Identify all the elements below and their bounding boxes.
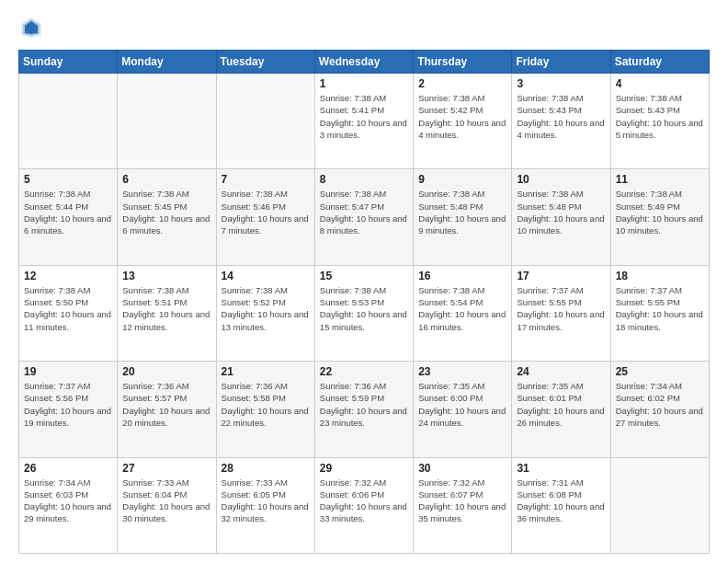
- calendar-cell: 18Sunrise: 7:37 AM Sunset: 5:55 PM Dayli…: [610, 265, 709, 361]
- calendar-cell: 13Sunrise: 7:38 AM Sunset: 5:51 PM Dayli…: [118, 265, 216, 361]
- calendar-cell: 8Sunrise: 7:38 AM Sunset: 5:47 PM Daylig…: [314, 169, 413, 265]
- day-number: 20: [122, 365, 210, 378]
- calendar-cell: 21Sunrise: 7:36 AM Sunset: 5:58 PM Dayli…: [216, 362, 314, 457]
- calendar-cell: 5Sunrise: 7:38 AM Sunset: 5:44 PM Daylig…: [19, 169, 118, 265]
- calendar-week-row: 26Sunrise: 7:34 AM Sunset: 6:03 PM Dayli…: [19, 457, 710, 553]
- logo: [18, 15, 48, 40]
- calendar-cell: 26Sunrise: 7:34 AM Sunset: 6:03 PM Dayli…: [19, 457, 118, 553]
- day-number: 23: [418, 365, 506, 378]
- calendar-cell: 24Sunrise: 7:35 AM Sunset: 6:01 PM Dayli…: [512, 362, 610, 457]
- day-number: 26: [24, 462, 112, 475]
- day-number: 18: [616, 270, 704, 282]
- day-number: 17: [517, 270, 605, 282]
- day-number: 3: [517, 77, 605, 90]
- day-info: Sunrise: 7:37 AM Sunset: 5:56 PM Dayligh…: [24, 380, 112, 429]
- day-info: Sunrise: 7:38 AM Sunset: 5:48 PM Dayligh…: [517, 188, 605, 236]
- day-number: 19: [24, 365, 112, 378]
- day-info: Sunrise: 7:37 AM Sunset: 5:55 PM Dayligh…: [616, 284, 704, 333]
- calendar-cell: 20Sunrise: 7:36 AM Sunset: 5:57 PM Dayli…: [118, 362, 216, 457]
- day-info: Sunrise: 7:38 AM Sunset: 5:41 PM Dayligh…: [320, 92, 408, 141]
- day-info: Sunrise: 7:38 AM Sunset: 5:47 PM Dayligh…: [320, 188, 408, 236]
- day-number: 4: [616, 77, 704, 90]
- weekday-header: Saturday: [610, 51, 709, 74]
- weekday-header: Monday: [118, 51, 216, 74]
- day-info: Sunrise: 7:38 AM Sunset: 5:52 PM Dayligh…: [222, 284, 310, 333]
- day-number: 22: [320, 365, 408, 378]
- day-number: 24: [517, 365, 605, 378]
- calendar-cell: 12Sunrise: 7:38 AM Sunset: 5:50 PM Dayli…: [19, 265, 118, 361]
- page: SundayMondayTuesdayWednesdayThursdayFrid…: [0, 0, 728, 563]
- day-info: Sunrise: 7:38 AM Sunset: 5:50 PM Dayligh…: [24, 284, 112, 333]
- day-info: Sunrise: 7:38 AM Sunset: 5:48 PM Dayligh…: [418, 188, 506, 236]
- calendar-cell: 19Sunrise: 7:37 AM Sunset: 5:56 PM Dayli…: [19, 362, 118, 457]
- day-info: Sunrise: 7:35 AM Sunset: 6:01 PM Dayligh…: [517, 380, 605, 429]
- day-number: 11: [616, 173, 704, 186]
- header: [18, 15, 710, 40]
- calendar-cell: 9Sunrise: 7:38 AM Sunset: 5:48 PM Daylig…: [414, 169, 512, 265]
- weekday-header: Thursday: [414, 51, 512, 74]
- day-info: Sunrise: 7:35 AM Sunset: 6:00 PM Dayligh…: [418, 380, 506, 429]
- day-info: Sunrise: 7:37 AM Sunset: 5:55 PM Dayligh…: [517, 284, 605, 333]
- day-number: 14: [222, 270, 310, 282]
- day-info: Sunrise: 7:36 AM Sunset: 5:57 PM Dayligh…: [122, 380, 210, 429]
- day-info: Sunrise: 7:38 AM Sunset: 5:51 PM Dayligh…: [122, 284, 210, 333]
- calendar-cell: 10Sunrise: 7:38 AM Sunset: 5:48 PM Dayli…: [512, 169, 610, 265]
- calendar-cell: 7Sunrise: 7:38 AM Sunset: 5:46 PM Daylig…: [216, 169, 314, 265]
- day-number: 21: [222, 365, 310, 378]
- day-number: 5: [24, 173, 112, 186]
- calendar-cell: 29Sunrise: 7:32 AM Sunset: 6:06 PM Dayli…: [314, 457, 413, 553]
- day-info: Sunrise: 7:38 AM Sunset: 5:42 PM Dayligh…: [418, 92, 506, 141]
- calendar-cell: 25Sunrise: 7:34 AM Sunset: 6:02 PM Dayli…: [610, 362, 709, 457]
- day-number: 16: [418, 270, 506, 282]
- calendar-cell: 28Sunrise: 7:33 AM Sunset: 6:05 PM Dayli…: [216, 457, 314, 553]
- calendar-cell: 16Sunrise: 7:38 AM Sunset: 5:54 PM Dayli…: [414, 265, 512, 361]
- day-info: Sunrise: 7:34 AM Sunset: 6:03 PM Dayligh…: [24, 477, 112, 525]
- calendar-week-row: 12Sunrise: 7:38 AM Sunset: 5:50 PM Dayli…: [19, 265, 710, 361]
- day-number: 31: [517, 462, 605, 475]
- logo-icon: [18, 15, 44, 40]
- day-number: 7: [222, 173, 310, 186]
- weekday-header: Friday: [512, 51, 610, 74]
- day-number: 30: [418, 462, 506, 475]
- day-info: Sunrise: 7:38 AM Sunset: 5:45 PM Dayligh…: [122, 188, 210, 236]
- day-number: 8: [320, 173, 408, 186]
- day-info: Sunrise: 7:33 AM Sunset: 6:05 PM Dayligh…: [222, 477, 310, 525]
- day-number: 9: [418, 173, 506, 186]
- calendar-header-row: SundayMondayTuesdayWednesdayThursdayFrid…: [19, 51, 710, 74]
- weekday-header: Sunday: [19, 51, 118, 74]
- day-info: Sunrise: 7:31 AM Sunset: 6:08 PM Dayligh…: [517, 477, 605, 525]
- day-info: Sunrise: 7:36 AM Sunset: 5:59 PM Dayligh…: [320, 380, 408, 429]
- weekday-header: Tuesday: [216, 51, 314, 74]
- day-info: Sunrise: 7:32 AM Sunset: 6:06 PM Dayligh…: [320, 477, 408, 525]
- calendar-cell: 23Sunrise: 7:35 AM Sunset: 6:00 PM Dayli…: [414, 362, 512, 457]
- calendar-cell: 14Sunrise: 7:38 AM Sunset: 5:52 PM Dayli…: [216, 265, 314, 361]
- day-number: 10: [517, 173, 605, 186]
- calendar-cell: 11Sunrise: 7:38 AM Sunset: 5:49 PM Dayli…: [610, 169, 709, 265]
- calendar-cell: 22Sunrise: 7:36 AM Sunset: 5:59 PM Dayli…: [314, 362, 413, 457]
- day-number: 15: [320, 270, 408, 282]
- calendar-cell: 2Sunrise: 7:38 AM Sunset: 5:42 PM Daylig…: [414, 74, 512, 169]
- weekday-header: Wednesday: [314, 51, 413, 74]
- calendar-cell: 27Sunrise: 7:33 AM Sunset: 6:04 PM Dayli…: [118, 457, 216, 553]
- calendar-cell: [216, 74, 314, 169]
- day-number: 13: [122, 270, 210, 282]
- calendar-cell: 3Sunrise: 7:38 AM Sunset: 5:43 PM Daylig…: [512, 74, 610, 169]
- day-info: Sunrise: 7:38 AM Sunset: 5:44 PM Dayligh…: [24, 188, 112, 236]
- calendar-cell: 30Sunrise: 7:32 AM Sunset: 6:07 PM Dayli…: [414, 457, 512, 553]
- day-number: 28: [222, 462, 310, 475]
- calendar-week-row: 19Sunrise: 7:37 AM Sunset: 5:56 PM Dayli…: [19, 362, 710, 457]
- day-info: Sunrise: 7:38 AM Sunset: 5:46 PM Dayligh…: [222, 188, 310, 236]
- calendar-cell: 6Sunrise: 7:38 AM Sunset: 5:45 PM Daylig…: [118, 169, 216, 265]
- day-info: Sunrise: 7:38 AM Sunset: 5:43 PM Dayligh…: [517, 92, 605, 141]
- calendar-week-row: 1Sunrise: 7:38 AM Sunset: 5:41 PM Daylig…: [19, 74, 710, 169]
- calendar-cell: 4Sunrise: 7:38 AM Sunset: 5:43 PM Daylig…: [610, 74, 709, 169]
- day-number: 25: [616, 365, 704, 378]
- calendar-cell: 15Sunrise: 7:38 AM Sunset: 5:53 PM Dayli…: [314, 265, 413, 361]
- day-number: 27: [122, 462, 210, 475]
- day-info: Sunrise: 7:38 AM Sunset: 5:49 PM Dayligh…: [616, 188, 704, 236]
- day-info: Sunrise: 7:36 AM Sunset: 5:58 PM Dayligh…: [222, 380, 310, 429]
- day-info: Sunrise: 7:38 AM Sunset: 5:53 PM Dayligh…: [320, 284, 408, 333]
- day-number: 2: [418, 77, 506, 90]
- calendar-table: SundayMondayTuesdayWednesdayThursdayFrid…: [18, 50, 710, 554]
- day-info: Sunrise: 7:32 AM Sunset: 6:07 PM Dayligh…: [418, 477, 506, 525]
